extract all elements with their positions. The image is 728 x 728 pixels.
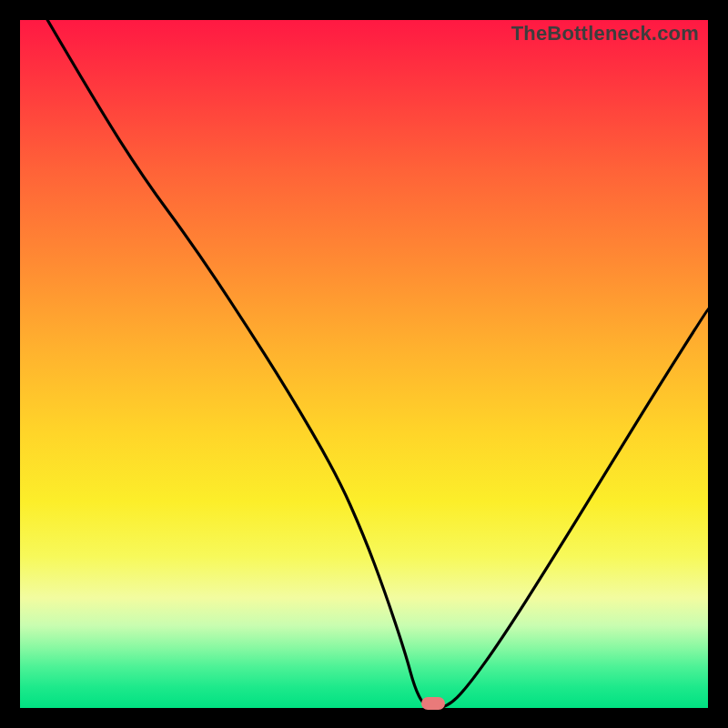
bottleneck-curve xyxy=(20,20,708,708)
plot-area: TheBottleneck.com xyxy=(20,20,708,708)
watermark-text: TheBottleneck.com xyxy=(511,22,699,46)
chart-frame: TheBottleneck.com xyxy=(0,0,728,728)
optimum-marker xyxy=(421,697,445,710)
